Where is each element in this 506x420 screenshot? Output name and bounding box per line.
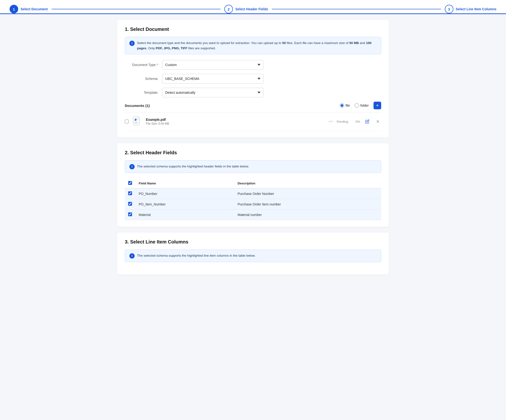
file-status-text: Pending	[337, 120, 349, 123]
header-fields-table: Field Name Description PO_Number Purchas…	[125, 179, 381, 220]
table-row: PO_Number Purchase Order Number	[125, 188, 381, 199]
template-select[interactable]: Detect automatically Template 1 Template…	[162, 88, 264, 97]
svg-rect-0	[133, 117, 140, 125]
section-3-info-text: The selected schema supports the highlig…	[137, 253, 255, 258]
folder-radio-label: folder	[360, 104, 369, 107]
document-type-row: Document Type:* Custom Invoice PO	[125, 60, 264, 70]
step-connector-1-2	[52, 9, 221, 9]
row-description: Material number	[234, 210, 381, 220]
row-field-name: PO_Item_Number	[135, 199, 234, 210]
file-percent-text: 0%	[353, 120, 360, 123]
row-checkbox-cell	[125, 188, 135, 199]
table-row: Material Material number	[125, 210, 381, 220]
svg-rect-2	[134, 123, 138, 123]
template-label: Template:	[125, 91, 158, 94]
file-type-icon	[132, 116, 142, 127]
section-3-card: 3. Select Line Item Columns i The select…	[117, 233, 389, 275]
documents-header: Documents (1) file folder +	[125, 102, 381, 113]
step-3[interactable]: 3 Select Line Item Columns	[445, 5, 496, 13]
row-field-name: PO_Number	[135, 188, 234, 199]
section-2-title: 2. Select Header Fields	[125, 150, 381, 155]
step-1[interactable]: 1 Select Document	[10, 5, 48, 13]
step-connector-2-3	[272, 9, 441, 9]
step-1-circle: 1	[10, 5, 18, 13]
row-checkbox-cell	[125, 210, 135, 220]
file-row-checkbox[interactable]	[125, 120, 129, 123]
template-row: Template: Detect automatically Template …	[125, 88, 264, 97]
document-type-select[interactable]: Custom Invoice PO	[162, 60, 264, 70]
section-1-title: 1. Select Document	[125, 27, 381, 32]
step-2-label: Select Header Fields	[235, 7, 268, 11]
row-field-name: Material	[135, 210, 234, 220]
edit-file-icon[interactable]	[364, 118, 371, 125]
th-description: Description	[234, 179, 381, 188]
section-3-info: i The selected schema supports the highl…	[125, 249, 381, 262]
section-1-info: i Select the document type and the docum…	[125, 37, 381, 54]
add-document-button[interactable]: +	[373, 102, 381, 109]
row-checkbox[interactable]	[128, 212, 132, 216]
select-all-checkbox[interactable]	[128, 181, 132, 185]
section-1-info-text: Select the document type and the documen…	[137, 40, 377, 51]
table-row: PO_Item_Number Purchase Order Item numbe…	[125, 199, 381, 210]
row-description: Purchase Order Number	[234, 188, 381, 199]
file-info: Example.pdf File Size: 0.04 MB	[146, 118, 325, 125]
section-1-card: 1. Select Document i Select the document…	[117, 20, 389, 138]
section-3-title: 3. Select Line Item Columns	[125, 239, 381, 245]
required-marker: *	[157, 63, 158, 67]
info-icon-1: i	[129, 41, 135, 46]
row-checkbox[interactable]	[128, 191, 132, 195]
step-3-label: Select Line Item Columns	[456, 7, 496, 11]
th-select-all	[125, 179, 135, 188]
file-radio-input[interactable]	[340, 103, 344, 108]
document-type-label: Document Type:*	[125, 63, 158, 67]
row-checkbox-cell	[125, 199, 135, 210]
step-1-label: Select Document	[20, 7, 48, 11]
file-folder-radio-group: file folder	[340, 103, 369, 108]
file-radio-item[interactable]: file	[340, 103, 350, 108]
info-icon-2: i	[129, 164, 135, 169]
documents-count-title: Documents (1)	[125, 104, 150, 108]
row-checkbox[interactable]	[128, 202, 132, 206]
folder-radio-input[interactable]	[355, 103, 359, 108]
remove-file-icon[interactable]	[374, 118, 381, 125]
svg-rect-1	[134, 122, 139, 122]
file-radio-label: file	[346, 104, 350, 107]
step-2[interactable]: 2 Select Header Fields	[224, 5, 268, 13]
stepper: 1 Select Document 2 Select Header Fields…	[0, 0, 506, 14]
schema-label: Schema:	[125, 77, 158, 81]
main-content: 1. Select Document i Select the document…	[110, 14, 396, 286]
section-2-card: 2. Select Header Fields i The selected s…	[117, 143, 389, 227]
progress-bar	[329, 121, 333, 122]
file-name: Example.pdf	[146, 118, 325, 121]
schema-row: Schema: UBC_BASE_SCHEMA Default Schema	[125, 74, 264, 83]
file-size: File Size: 0.04 MB	[146, 122, 325, 125]
section-2-info: i The selected schema supports the highl…	[125, 160, 381, 173]
step-2-circle: 2	[224, 5, 233, 13]
folder-radio-item[interactable]: folder	[355, 103, 369, 108]
schema-select[interactable]: UBC_BASE_SCHEMA Default Schema	[162, 74, 264, 83]
section-2-info-text: The selected schema supports the highlig…	[137, 164, 249, 169]
th-field-name: Field Name	[135, 179, 234, 188]
file-row: Example.pdf File Size: 0.04 MB Pending 0…	[125, 113, 381, 131]
file-status-area: Pending 0%	[329, 118, 381, 125]
row-description: Purchase Order Item number	[234, 199, 381, 210]
info-icon-3: i	[129, 253, 135, 259]
step-3-circle: 3	[445, 5, 453, 13]
